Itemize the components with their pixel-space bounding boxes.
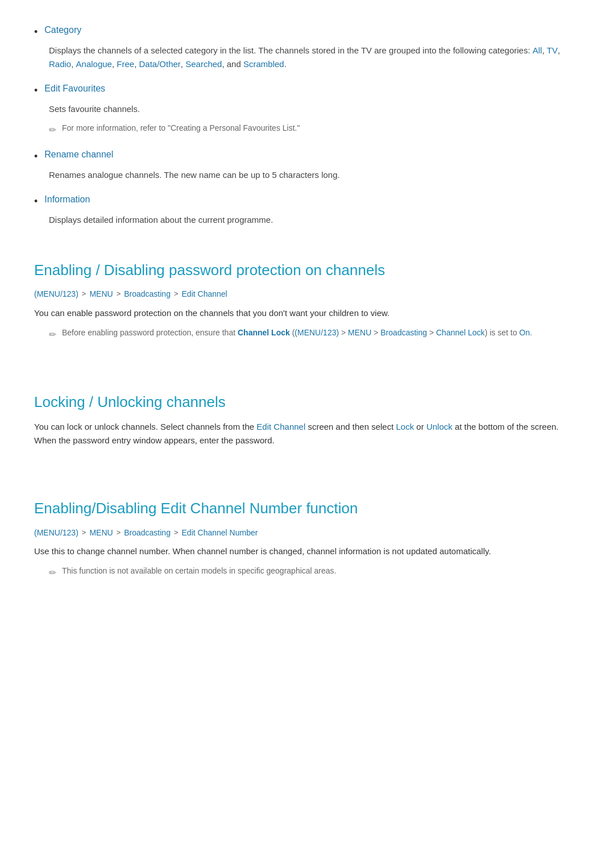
breadcrumb-sep-3a: > [82,527,86,539]
bullet-desc-information: Displays detailed information about the … [49,213,580,227]
bullet-edit-favourites: • Edit Favourites Sets favourite channel… [34,81,580,137]
breadcrumb-menu123-1: (MENU/123) [34,288,78,300]
bullet-desc-rename-channel: Renames analogue channels. The new name … [49,168,580,182]
breadcrumb-edit-channel-number: Edit Channel Number [182,526,258,539]
note-link-on: On [519,328,530,337]
breadcrumb-broadcasting-1: Broadcasting [124,288,171,300]
breadcrumb-broadcasting-3: Broadcasting [124,526,171,539]
note-text-edit-favourites: For more information, refer to "Creating… [62,122,300,134]
bullet-category: • Category Displays the channels of a se… [34,23,580,71]
note-password: ✏ Before enabling password protection, e… [49,326,580,342]
note-text-edit-channel-number: This function is not available on certai… [62,564,337,577]
section-edit-channel-number: Enabling/Disabling Edit Channel Number f… [34,485,580,580]
bullet-title-edit-favourites: Edit Favourites [44,81,105,96]
bullet-list: • Category Displays the channels of a se… [34,23,580,227]
bullet-title-rename-channel: Rename channel [44,147,113,162]
note-sep-2c: > [429,328,434,337]
note-link-channel-lock: Channel Lock [238,328,290,337]
link-unlock: Unlock [426,422,453,431]
link-all: All [533,45,542,55]
link-edit-channel-locking: Edit Channel [256,422,305,431]
bullet-rename-channel: • Rename channel Renames analogue channe… [34,147,580,182]
breadcrumb-menu-1: MENU [89,288,113,300]
note-sep-2b: > [374,328,378,337]
note-link-broadcasting-2: Broadcasting [380,328,427,337]
breadcrumb-sep-1b: > [117,288,121,300]
link-radio: Radio [49,59,71,69]
body-text-edit-channel-number: Use this to change channel number. When … [34,545,580,559]
bullet-dot-edit-favourites: • [34,82,38,99]
breadcrumb-edit-channel-number: (MENU/123) > MENU > Broadcasting > Edit … [34,526,580,539]
bullet-desc-edit-favourites: Sets favourite channels. [49,102,580,116]
breadcrumb-sep-1a: > [82,288,86,300]
section-heading-edit-channel-number: Enabling/Disabling Edit Channel Number f… [34,485,580,521]
link-scrambled: Scrambled [243,59,284,69]
breadcrumb-sep-1c: > [174,288,179,300]
note-link-menu123-2: (MENU/123) [294,328,339,337]
body-text-locking: You can lock or unlock channels. Select … [34,420,580,448]
link-analogue: Analogue [76,59,112,69]
note-link-channel-lock-2: Channel Lock [436,328,485,337]
breadcrumb-menu-3: MENU [89,526,113,539]
bullet-desc-category: Displays the channels of a selected cate… [49,44,580,71]
note-text-password: Before enabling password protection, ens… [62,326,532,339]
note-edit-favourites: ✏ For more information, refer to "Creati… [49,122,580,138]
breadcrumb-sep-3b: > [117,527,121,539]
breadcrumb-password: (MENU/123) > MENU > Broadcasting > Edit … [34,288,580,300]
bullet-title-information: Information [44,192,90,207]
link-lock: Lock [396,422,414,431]
bullet-dot-information: • [34,193,38,210]
section-heading-locking: Locking / Unlocking channels [34,379,580,414]
breadcrumb-menu123-3: (MENU/123) [34,526,78,539]
note-edit-channel-number: ✏ This function is not available on cert… [49,564,580,580]
link-free: Free [117,59,134,69]
bullet-dot-category: • [34,24,38,40]
bullet-title-category: Category [44,23,81,38]
bullet-dot-rename-channel: • [34,148,38,165]
breadcrumb-edit-channel-1: Edit Channel [182,288,227,300]
section-enabling-disabling-password: Enabling / Disabling password protection… [34,247,580,342]
section-heading-password: Enabling / Disabling password protection… [34,247,580,283]
breadcrumb-sep-3c: > [174,527,179,539]
note-pencil-icon-2: ✏ [49,327,56,342]
link-searched: Searched [185,59,222,69]
bullet-information: • Information Displays detailed informat… [34,192,580,227]
note-sep-2a: > [341,328,346,337]
note-pencil-icon-3: ✏ [49,566,56,580]
note-link-menu-2: MENU [348,328,371,337]
body-text-password: You can enable password protection on th… [34,306,580,321]
link-tv: TV [547,45,558,55]
note-pencil-icon-1: ✏ [49,123,56,138]
link-dataother: Data/Other [139,59,180,69]
section-locking-unlocking: Locking / Unlocking channels You can loc… [34,379,580,448]
